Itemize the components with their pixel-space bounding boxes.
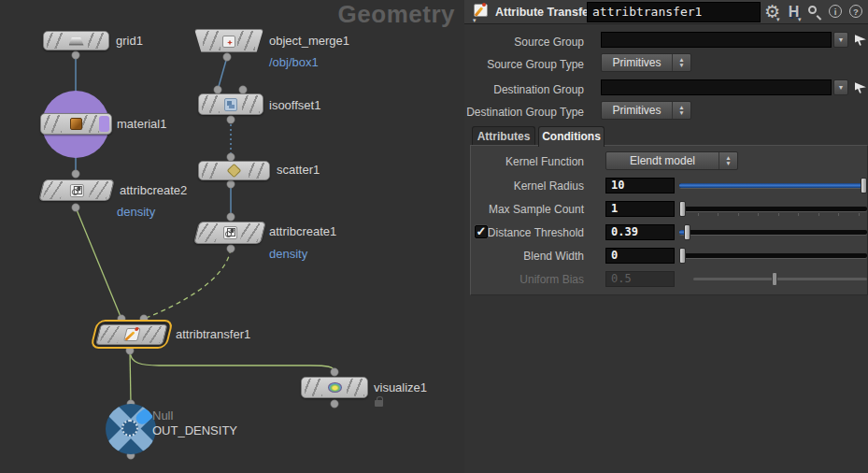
node-isooffset1[interactable] — [198, 93, 263, 115]
source-group-type-combo[interactable]: Primitives ▲▼ — [601, 53, 691, 72]
max-sample-count-slider[interactable] — [679, 207, 867, 211]
node-out-density[interactable] — [106, 404, 156, 454]
slider-handle[interactable] — [861, 178, 867, 194]
node-label-material1: material1 — [117, 117, 166, 131]
destination-group-picker-arrow-icon[interactable] — [855, 81, 867, 93]
node-flag-stripes — [202, 95, 220, 113]
slider-handle[interactable] — [679, 248, 686, 264]
isooffset-icon — [224, 98, 237, 111]
info-icon[interactable]: i — [827, 3, 845, 21]
node-flag-stripes — [347, 379, 364, 396]
help-icon[interactable]: ? — [847, 3, 865, 21]
dropdown-hint-icon: ▾ — [473, 17, 477, 24]
node-grid1[interactable] — [43, 31, 109, 50]
source-group-input[interactable] — [601, 32, 832, 48]
param-label-distance-threshold: Distance Threshold — [464, 226, 584, 239]
node-label-grid1: grid1 — [116, 34, 143, 48]
uniform-bias-slider — [693, 278, 867, 280]
node-flag-stripes — [242, 95, 260, 113]
dropdown-hint-icon: ▾ — [798, 16, 802, 23]
kernel-function-combo[interactable]: Elendt model ▲▼ — [605, 151, 738, 170]
node-attribtransfer1-selected[interactable] — [90, 320, 174, 349]
lock-icon — [375, 400, 383, 407]
node-attribcreate2[interactable] — [38, 179, 115, 201]
distance-threshold-input[interactable]: 0.39 — [605, 224, 675, 240]
node-name-input[interactable]: attribtransfer1 — [587, 2, 761, 22]
dropdown-hint-icon: ▾ — [776, 16, 780, 23]
node-comment-attribcreate2: density — [117, 205, 155, 219]
blend-width-input[interactable]: 0 — [605, 248, 675, 264]
destination-group-type-combo[interactable]: Primitives ▲▼ — [601, 101, 691, 120]
object-merge-icon — [222, 36, 235, 48]
node-flag-stripes — [47, 33, 64, 49]
node-flag-stripes — [81, 115, 99, 133]
tab-attributes[interactable]: Attributes — [472, 126, 535, 146]
combo-value: Elendt model — [606, 152, 719, 169]
slider-fill — [679, 183, 867, 188]
node-label-scatter1: scatter1 — [277, 163, 320, 177]
node-flag-stripes — [240, 223, 263, 242]
attribute-transfer-icon — [474, 4, 488, 17]
node-label-object-merge1: object_merge1 — [269, 34, 349, 48]
param-label-source-group: Source Group — [464, 36, 584, 49]
grid-icon — [69, 37, 84, 46]
node-label-visualize1: visualize1 — [374, 380, 427, 394]
param-label-kernel-radius: Kernel Radius — [464, 179, 584, 193]
node-flag-stripes — [100, 326, 121, 343]
destination-group-input[interactable] — [601, 79, 832, 95]
max-sample-count-input[interactable]: 1 — [605, 201, 675, 217]
panel-title: Attribute Transfer — [495, 6, 593, 19]
kernel-radius-input[interactable]: 10 — [605, 178, 675, 194]
combo-arrows-icon: ▲▼ — [672, 54, 690, 71]
node-label-attribcreate2: attribcreate2 — [120, 183, 187, 197]
param-label-destination-group-type: Destination Group Type — [464, 106, 584, 119]
attribtransfer-icon — [123, 328, 140, 341]
param-label-max-sample-count: Max Sample Count — [464, 203, 584, 216]
node-type-out-density: Null — [152, 408, 173, 423]
tab-conditions[interactable]: Conditions — [538, 126, 605, 147]
node-flag-stripes — [305, 379, 322, 396]
node-label-isooffset1: isooffset1 — [269, 98, 320, 112]
param-label-source-group-type: Source Group Type — [464, 58, 584, 71]
slider-ticks — [698, 213, 867, 216]
node-label-attribtransfer1: attribtransfer1 — [176, 327, 250, 341]
slider-handle — [772, 272, 777, 286]
network-editor[interactable]: Geometry grid1 — [0, 0, 464, 473]
combo-arrows-icon: ▲▼ — [719, 152, 737, 169]
node-label-out-density: OUT_DENSITY — [152, 423, 237, 437]
search-icon[interactable] — [805, 3, 823, 21]
node-scatter1[interactable] — [198, 161, 270, 180]
attribcreate-icon — [70, 184, 84, 197]
node-flag-stripes — [88, 33, 106, 49]
node-attribcreate1[interactable] — [193, 222, 266, 244]
combo-arrows-icon: ▲▼ — [672, 102, 690, 119]
node-flag-stripes — [89, 181, 111, 199]
node-flag-stripes — [198, 223, 221, 242]
scatter-icon — [227, 163, 242, 178]
node-visualize1[interactable] — [301, 377, 368, 398]
node-flag-stripes — [202, 163, 220, 179]
node-object-merge1[interactable] — [194, 29, 263, 52]
kernel-radius-slider[interactable] — [679, 183, 867, 188]
destination-group-menu-button[interactable]: ▼ — [833, 79, 848, 95]
node-flag-stripes — [43, 181, 65, 199]
node-label-attribcreate1: attribcreate1 — [269, 224, 336, 238]
source-group-menu-button[interactable]: ▼ — [833, 32, 848, 48]
node-flag-stripes — [142, 326, 164, 343]
blend-width-slider[interactable] — [679, 253, 867, 258]
distance-threshold-slider[interactable] — [679, 230, 867, 235]
material-icon — [70, 118, 82, 130]
null-center — [121, 420, 138, 437]
param-label-uniform-bias: Uniform Bias — [464, 273, 584, 286]
parameter-panel: ▾ Attribute Transfer attribtransfer1 ⚙ ▾… — [464, 0, 868, 473]
node-comment-attribcreate1: density — [269, 247, 307, 261]
node-flag-stripes — [44, 115, 62, 133]
node-material1[interactable] — [40, 113, 112, 135]
slider-handle[interactable] — [684, 224, 690, 240]
param-label-destination-group: Destination Group — [464, 83, 584, 96]
uniform-bias-input: 0.5 — [605, 271, 675, 287]
material-output-tab — [99, 116, 109, 132]
slider-handle[interactable] — [679, 201, 686, 217]
node-flag-stripes — [203, 31, 221, 50]
source-group-picker-arrow-icon[interactable] — [855, 34, 867, 46]
